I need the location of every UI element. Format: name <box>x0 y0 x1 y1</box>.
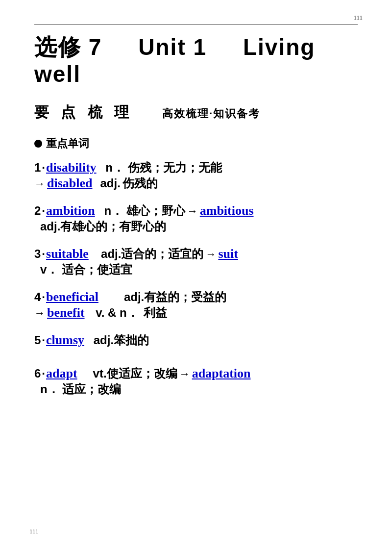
entry-5-pos: adj. <box>90 333 114 347</box>
entry-2-word[interactable]: ambition <box>46 203 95 218</box>
keywords-label: 重点单词 <box>34 136 358 151</box>
entry-2-meaning: 雄心；野心 <box>123 203 185 219</box>
entry-3-main: 3 · suitable adj. 适合的；适宜的 → suit <box>34 246 358 262</box>
entry-6-main: 6 · adapt vt. 使适应；改编 → adaptation <box>34 366 358 381</box>
entry-3-derived-line: v． 适合；使适宜 <box>34 262 358 278</box>
entry-4-derived-meaning: 利益 <box>141 305 168 321</box>
entry-3-v-meaning: 适合；使适宜 <box>58 262 132 278</box>
main-title: 选修 7 Unit 1 Living well <box>34 34 358 88</box>
entry-3-meaning: 适合的；适宜的 <box>121 246 203 262</box>
section-title-right: 高效梳理·知识备考 <box>162 106 260 121</box>
top-divider <box>34 25 358 25</box>
entry-4-derived: → benefit v. & n． 利益 <box>34 305 358 321</box>
entry-3-v-pos: v． <box>40 262 58 278</box>
arrow-icon-2: → <box>187 205 198 218</box>
entry-3-number: 3 <box>34 247 41 261</box>
entry-3-derived-word[interactable]: suit <box>218 247 238 261</box>
entry-6-derived-word[interactable]: adaptation <box>192 366 251 381</box>
section-header: 要 点 梳 理 高效梳理·知识备考 <box>34 102 358 123</box>
entry-2-derived-line: adj. 有雄心的；有野心的 <box>34 219 358 234</box>
entry-3: 3 · suitable adj. 适合的；适宜的 → suit v． 适合；使… <box>34 246 358 278</box>
arrow-icon-4: → <box>34 307 45 320</box>
entry-2-main: 2 · ambition n． 雄心；野心 → ambitious <box>34 203 358 219</box>
bullet-icon <box>34 140 42 148</box>
section-title-left: 要 点 梳 理 <box>34 102 133 123</box>
entry-2: 2 · ambition n． 雄心；野心 → ambitious adj. 有… <box>34 203 358 234</box>
entry-1-derived: → disabled adj. 伤残的 <box>34 176 358 191</box>
entry-4-pos: adj. <box>104 290 144 304</box>
entry-6: 6 · adapt vt. 使适应；改编 → adaptation n． 适应；… <box>34 366 358 397</box>
entry-5-word[interactable]: clumsy <box>46 333 84 348</box>
entry-2-derived-word[interactable]: ambitious <box>200 203 254 218</box>
entry-4-derived-word[interactable]: benefit <box>47 305 85 320</box>
page-number-top: 111 <box>353 14 363 22</box>
entry-1-number: 1 <box>34 161 41 175</box>
entry-1-meaning: 伤残；无力；无能 <box>124 160 222 176</box>
entry-3-pos: adj. <box>95 247 122 261</box>
entry-6-word[interactable]: adapt <box>46 366 77 381</box>
entry-4-word[interactable]: beneficial <box>46 290 98 304</box>
entry-4-derived-pos: v. & n． <box>93 305 139 321</box>
entry-6-meaning: 使适应；改编 <box>107 366 177 381</box>
entry-5-meaning: 笨拙的 <box>114 332 149 348</box>
entry-5-number: 5 <box>34 333 41 347</box>
title-prefix: 选修 7 <box>34 34 102 60</box>
entry-2-derived-meaning: 有雄心的；有野心的 <box>60 219 166 234</box>
entry-6-derived-line: n． 适应；改编 <box>34 381 358 397</box>
title-unit: Unit 1 <box>138 34 207 60</box>
arrow-icon-3: → <box>205 248 216 261</box>
entry-6-number: 6 <box>34 367 41 380</box>
arrow-icon-6: → <box>179 368 190 380</box>
entry-6-n-pos: n． <box>40 381 59 397</box>
entry-5-main: 5 · clumsy adj. 笨拙的 <box>34 332 358 348</box>
entry-1-derived-pos: adj. <box>100 177 121 190</box>
entry-1-main: 1 · disability n． 伤残；无力；无能 <box>34 160 358 176</box>
arrow-icon: → <box>34 177 45 190</box>
entry-4-meaning: 有益的；受益的 <box>144 289 226 305</box>
entry-1-word[interactable]: disability <box>46 160 97 175</box>
entry-3-word[interactable]: suitable <box>46 247 89 261</box>
page-number-bottom: 111 <box>29 528 39 535</box>
entry-2-derived-pos: adj. <box>40 220 60 233</box>
entry-1-derived-word[interactable]: disabled <box>47 176 93 191</box>
keywords-label-text: 重点单词 <box>46 136 89 151</box>
entry-4-main: 4 · beneficial adj. 有益的；受益的 <box>34 289 358 305</box>
entry-1-pos: n． <box>102 160 124 176</box>
entry-1-derived-meaning: 伤残的 <box>122 176 158 191</box>
entry-2-pos: n． <box>101 203 123 219</box>
entry-6-pos: vt. <box>83 367 107 380</box>
entry-4: 4 · beneficial adj. 有益的；受益的 → benefit v.… <box>34 289 358 321</box>
entry-2-number: 2 <box>34 204 41 218</box>
entry-4-number: 4 <box>34 290 41 304</box>
entry-6-n-meaning: 适应；改编 <box>59 381 122 397</box>
entry-1: 1 · disability n． 伤残；无力；无能 → disabled ad… <box>34 160 358 191</box>
entry-5: 5 · clumsy adj. 笨拙的 <box>34 332 358 348</box>
